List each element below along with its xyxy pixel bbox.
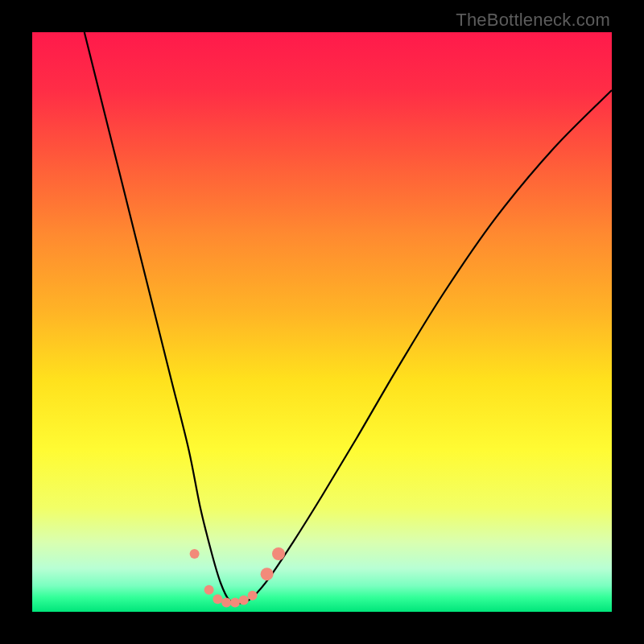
curve-marker-dot <box>190 549 200 559</box>
bottleneck-curve <box>85 32 612 603</box>
watermark-text: TheBottleneck.com <box>456 10 610 31</box>
curve-marker-dot <box>239 596 249 605</box>
curve-marker-dot <box>261 568 274 580</box>
curve-marker-dot <box>272 547 285 560</box>
curve-layer <box>32 32 612 612</box>
chart-frame: TheBottleneck.com <box>0 0 644 644</box>
curve-marker-dot <box>213 594 222 604</box>
plot-area <box>32 32 612 612</box>
curve-markers <box>190 547 285 607</box>
curve-marker-dot <box>221 597 231 607</box>
curve-marker-dot <box>204 585 214 595</box>
curve-marker-dot <box>248 591 258 601</box>
curve-marker-dot <box>230 597 240 607</box>
